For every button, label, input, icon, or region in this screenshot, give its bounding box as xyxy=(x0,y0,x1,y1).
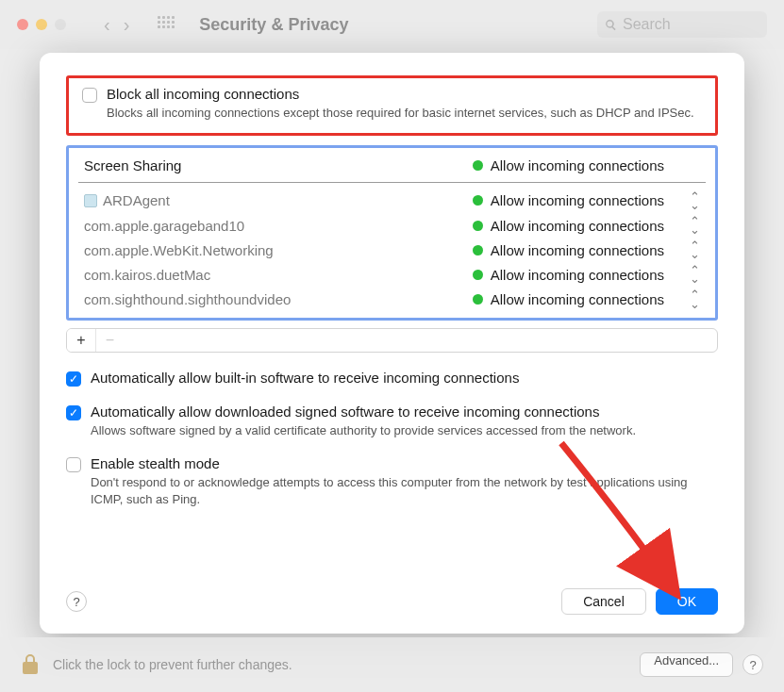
app-row[interactable]: com.sighthound.sighthoundvideo Allow inc… xyxy=(78,287,706,311)
zoom-window[interactable] xyxy=(55,19,66,30)
auto-builtin-option: Automatically allow built-in software to… xyxy=(66,370,718,387)
updown-icon[interactable]: ⌃⌄ xyxy=(689,290,700,307)
traffic-lights xyxy=(17,19,66,30)
ok-button[interactable]: OK xyxy=(656,588,718,615)
app-icon xyxy=(84,194,97,207)
screen-sharing-status: Allow incoming connections xyxy=(491,157,664,173)
screen-sharing-label: Screen Sharing xyxy=(84,157,181,173)
block-all-section: Block all incoming connections Blocks al… xyxy=(66,75,718,136)
advanced-button[interactable]: Advanced... xyxy=(640,652,733,677)
auto-builtin-label: Automatically allow built-in software to… xyxy=(91,370,519,386)
lock-icon[interactable] xyxy=(21,653,40,676)
search-icon xyxy=(605,19,617,31)
status-dot-icon xyxy=(473,294,483,305)
app-row[interactable]: ARDAgent Allow incoming connections⌃⌄ xyxy=(78,189,706,213)
status-dot-icon xyxy=(473,221,483,231)
stealth-desc: Don't respond to or acknowledge attempts… xyxy=(91,474,718,507)
cancel-button[interactable]: Cancel xyxy=(561,588,646,615)
block-all-checkbox[interactable] xyxy=(82,88,97,103)
updown-icon[interactable]: ⌃⌄ xyxy=(689,217,700,234)
lock-text: Click the lock to prevent further change… xyxy=(53,657,640,672)
updown-icon[interactable]: ⌃⌄ xyxy=(689,266,700,283)
auto-signed-checkbox[interactable] xyxy=(66,405,81,420)
app-row[interactable]: com.apple.WebKit.Networking Allow incomi… xyxy=(78,238,706,262)
block-all-label: Block all incoming connections xyxy=(107,86,299,102)
forward-button[interactable]: › xyxy=(124,14,130,36)
auto-signed-option: Automatically allow downloaded signed so… xyxy=(66,404,718,439)
window-toolbar: ‹ › Security & Privacy Search xyxy=(0,0,784,49)
auto-signed-desc: Allows software signed by a valid certif… xyxy=(91,422,718,439)
stealth-option: Enable stealth mode Don't respond to or … xyxy=(66,455,718,507)
screen-sharing-row[interactable]: Screen Sharing Allow incoming connection… xyxy=(78,154,706,183)
minimize-window[interactable] xyxy=(36,19,47,30)
block-all-desc: Blocks all incoming connections except t… xyxy=(107,105,702,122)
page-title: Security & Privacy xyxy=(199,15,348,35)
add-remove-buttons: + − xyxy=(66,328,718,353)
status-dot-icon xyxy=(473,270,483,280)
add-button[interactable]: + xyxy=(67,329,95,352)
help-button-footer[interactable]: ? xyxy=(742,654,763,675)
remove-button[interactable]: − xyxy=(95,329,124,352)
app-list-section: Screen Sharing Allow incoming connection… xyxy=(66,145,718,321)
app-list: ARDAgent Allow incoming connections⌃⌄ co… xyxy=(78,183,706,312)
close-window[interactable] xyxy=(17,19,28,30)
status-dot-icon xyxy=(473,195,483,206)
search-input[interactable]: Search xyxy=(597,11,767,38)
bottom-bar: Click the lock to prevent further change… xyxy=(0,637,784,692)
help-button[interactable]: ? xyxy=(66,591,87,612)
stealth-checkbox[interactable] xyxy=(66,457,81,472)
updown-icon[interactable]: ⌃⌄ xyxy=(689,241,700,258)
stealth-label: Enable stealth mode xyxy=(91,455,220,471)
app-row[interactable]: com.kairos.duetMac Allow incoming connec… xyxy=(78,262,706,287)
status-dot-icon xyxy=(473,160,483,171)
firewall-options-sheet: Block all incoming connections Blocks al… xyxy=(40,53,744,634)
sheet-footer: ? Cancel OK xyxy=(66,575,718,615)
app-row[interactable]: com.apple.garageband10 Allow incoming co… xyxy=(78,213,706,238)
back-button[interactable]: ‹ xyxy=(104,14,110,36)
search-placeholder: Search xyxy=(623,16,671,33)
updown-icon[interactable]: ⌃⌄ xyxy=(689,192,700,209)
auto-builtin-checkbox[interactable] xyxy=(66,371,81,387)
auto-signed-label: Automatically allow downloaded signed so… xyxy=(91,404,599,420)
status-dot-icon xyxy=(473,245,483,255)
show-all-icon[interactable] xyxy=(158,16,175,33)
